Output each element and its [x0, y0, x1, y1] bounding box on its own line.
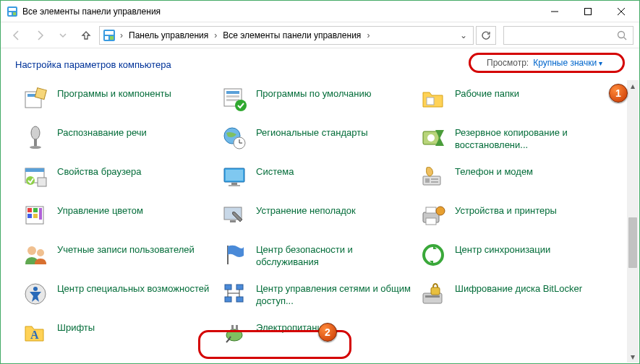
color-icon: [22, 203, 48, 229]
search-icon: [617, 30, 627, 40]
svg-rect-42: [431, 178, 438, 180]
nav-back-button[interactable]: [7, 25, 27, 46]
sync-icon: [420, 242, 446, 268]
item-label: Шрифты: [57, 320, 95, 334]
search-input[interactable]: [503, 26, 633, 45]
svg-rect-37: [226, 170, 243, 181]
network-icon: [221, 281, 247, 307]
nav-recent-button[interactable]: [53, 25, 73, 46]
close-button[interactable]: [605, 1, 638, 22]
item-backup-restore[interactable]: Резервное копирование и восстановлени...: [420, 125, 612, 152]
svg-rect-19: [226, 95, 239, 98]
item-label: Телефон и модем: [455, 164, 533, 178]
svg-rect-54: [426, 218, 436, 225]
item-security-maintenance[interactable]: Центр безопасности и обслуживания: [221, 242, 413, 269]
scroll-thumb[interactable]: [628, 217, 637, 268]
address-bar[interactable]: › Панель управления › Все элементы панел…: [99, 26, 474, 45]
svg-point-31: [427, 134, 435, 142]
printer-icon: [420, 203, 446, 229]
svg-rect-63: [236, 285, 243, 290]
chevron-right-icon[interactable]: ›: [119, 30, 124, 40]
svg-point-55: [436, 207, 445, 215]
item-internet-options[interactable]: Свойства браузера: [22, 164, 214, 191]
accessibility-icon: [22, 281, 48, 307]
minimize-button[interactable]: [538, 1, 571, 22]
heading-row: Настройка параметров компьютера Просмотр…: [1, 48, 639, 80]
refresh-button[interactable]: [476, 26, 496, 45]
nav-forward-button[interactable]: [30, 25, 50, 46]
scroll-down-button[interactable]: ▾: [627, 351, 639, 363]
item-label: Центр безопасности и обслуживания: [256, 242, 413, 268]
breadcrumb-1[interactable]: Панель управления: [126, 29, 211, 42]
address-history-button[interactable]: ⌄: [457, 30, 470, 40]
item-label: Система: [256, 164, 294, 178]
item-speech-recognition[interactable]: Распознавание речи: [22, 125, 214, 152]
maximize-button[interactable]: [571, 1, 605, 22]
item-label: Устранение неполадок: [256, 203, 356, 217]
item-sync-center[interactable]: Центр синхронизации: [420, 242, 612, 269]
svg-rect-49: [39, 208, 42, 220]
item-label: Устройства и принтеры: [455, 203, 557, 217]
item-user-accounts[interactable]: Учетные записи пользователей: [22, 242, 214, 269]
svg-point-56: [27, 246, 36, 255]
titlebar: Все элементы панели управления: [1, 1, 639, 22]
view-label: Просмотр:: [487, 58, 529, 68]
items-grid: Программы и компоненты Программы по умол…: [1, 80, 626, 353]
nav-up-button[interactable]: [76, 25, 96, 46]
navbar: › Панель управления › Все элементы панел…: [1, 22, 639, 48]
users-icon: [22, 242, 48, 268]
svg-rect-39: [229, 185, 240, 186]
window-title: Все элементы панели управления: [22, 6, 538, 17]
backup-icon: [420, 125, 446, 151]
chevron-right-icon[interactable]: ›: [213, 30, 218, 40]
item-color-management[interactable]: Управление цветом: [22, 203, 214, 230]
item-label: Шифрование диска BitLocker: [455, 281, 582, 295]
svg-rect-18: [226, 91, 239, 94]
svg-rect-45: [27, 208, 32, 212]
breadcrumb-2[interactable]: Все элементы панели управления: [220, 29, 364, 42]
item-ease-of-access[interactable]: Центр специальных возможностей: [22, 281, 214, 308]
svg-line-13: [624, 37, 627, 40]
svg-rect-22: [427, 98, 434, 105]
wrench-monitor-icon: [221, 203, 247, 229]
svg-rect-16: [35, 88, 46, 100]
scroll-up-button[interactable]: ▴: [627, 80, 639, 92]
item-devices-printers[interactable]: Устройства и принтеры: [420, 203, 612, 230]
item-system[interactable]: Система: [221, 164, 413, 191]
item-region[interactable]: Региональные стандарты: [221, 125, 413, 152]
control-panel-icon: [7, 6, 18, 17]
svg-rect-33: [25, 168, 44, 172]
svg-rect-5: [585, 8, 592, 14]
microphone-icon: [22, 125, 48, 151]
item-programs-and-features[interactable]: Программы и компоненты: [22, 86, 214, 113]
vertical-scrollbar[interactable]: ▴ ▾: [627, 80, 639, 363]
svg-rect-62: [225, 285, 231, 290]
item-label: Программы по умолчанию: [256, 86, 371, 100]
view-value: Крупные значки: [533, 58, 602, 68]
item-phone-modem[interactable]: Телефон и модем: [420, 164, 612, 191]
item-label: Региональные стандарты: [256, 125, 367, 139]
item-label: Рабочие папки: [455, 86, 519, 100]
svg-rect-71: [431, 287, 440, 295]
svg-text:A: A: [30, 329, 39, 341]
svg-rect-11: [110, 36, 114, 40]
svg-point-21: [235, 100, 247, 111]
page-heading: Настройка параметров компьютера: [15, 59, 171, 70]
item-fonts[interactable]: A Шрифты: [22, 320, 214, 347]
svg-rect-38: [231, 183, 237, 185]
svg-rect-3: [13, 12, 16, 15]
item-label: Резервное копирование и восстановлени...: [455, 125, 612, 151]
item-bitlocker[interactable]: Шифрование диска BitLocker: [420, 281, 612, 308]
view-dropdown[interactable]: Просмотр: Крупные значки: [469, 53, 625, 73]
browser-options-icon: [22, 164, 48, 190]
item-network-sharing[interactable]: Центр управления сетями и общим доступ..…: [221, 281, 413, 308]
fonts-icon: A: [22, 320, 48, 346]
item-default-programs[interactable]: Программы по умолчанию: [221, 86, 413, 113]
svg-rect-53: [426, 207, 436, 213]
chevron-right-icon[interactable]: ›: [365, 30, 371, 40]
item-troubleshooting[interactable]: Устранение неполадок: [221, 203, 413, 230]
svg-rect-41: [425, 178, 430, 183]
flag-icon: [221, 242, 247, 268]
item-work-folders[interactable]: Рабочие папки: [420, 86, 612, 113]
svg-rect-1: [9, 8, 16, 11]
